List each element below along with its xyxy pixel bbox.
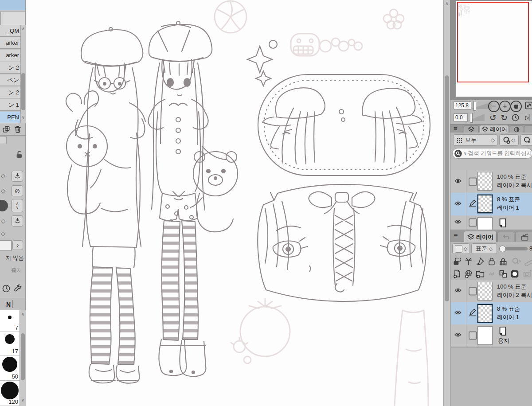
subtool-item[interactable]: ン 2	[0, 62, 20, 74]
brush-size-item[interactable]: 50	[0, 355, 20, 381]
brush-size-source-button[interactable]	[12, 171, 23, 182]
scroll-up-icon[interactable]: ∧	[444, 1, 450, 6]
panel-menu-icon[interactable]: ≡	[454, 125, 458, 132]
canvas-vscroll-thumb[interactable]	[445, 75, 449, 301]
scroll-up-icon[interactable]: ∧	[20, 312, 26, 316]
lock-transparent-pixels-icon[interactable]	[498, 257, 508, 266]
zoom-out-button[interactable]: −	[488, 101, 500, 112]
new-raster-layer-icon[interactable]	[452, 269, 462, 279]
brush-size-item[interactable]: 7	[0, 310, 20, 332]
visibility-eye-icon[interactable]	[454, 200, 462, 209]
layer-row-selected[interactable]: 8 % 표준 레이어 1	[451, 302, 532, 325]
rotate-ccw-button[interactable]: ↺	[488, 113, 498, 122]
layer-checkbox[interactable]	[469, 219, 477, 227]
zoom-100-button[interactable]	[510, 101, 522, 112]
scroll-down-icon[interactable]: ∨	[21, 115, 26, 120]
visibility-eye-icon[interactable]	[454, 309, 462, 318]
subtool-item[interactable]: ペン	[0, 74, 20, 86]
subtool-item[interactable]: arker	[0, 37, 20, 49]
visibility-eye-icon[interactable]	[454, 331, 462, 340]
visibility-eye-icon[interactable]	[454, 218, 462, 227]
visibility-eye-icon[interactable]	[454, 177, 462, 186]
layer-row-selected[interactable]: 8 % 표준 레이어 1	[451, 193, 532, 216]
flip-horizontal-button[interactable]: ▷▏◀	[523, 113, 532, 122]
duplicate-subtool-button[interactable]	[2, 125, 11, 134]
tab-layer-palette[interactable]: 레이어	[464, 231, 497, 242]
reset-rotation-icon[interactable]	[510, 113, 520, 122]
new-folder-icon[interactable]	[475, 269, 485, 279]
subtool-item[interactable]: ン 1	[0, 99, 20, 111]
clip-to-layer-below-icon[interactable]	[452, 257, 462, 266]
zoom-slider-handle[interactable]	[473, 101, 476, 111]
layer-thumbnail[interactable]	[477, 304, 493, 323]
layer-thumbnail[interactable]	[477, 195, 493, 213]
merge-down-icon[interactable]	[498, 269, 508, 279]
visibility-eye-icon[interactable]	[454, 287, 462, 296]
layer-name[interactable]: 레이어 1	[497, 313, 519, 321]
layer-name[interactable]: 용지	[498, 337, 509, 345]
tab-layer-palette[interactable]: 레이어	[480, 125, 509, 133]
layer-row-paper-clipped[interactable]: 용지	[451, 215, 532, 230]
layer-thumbnail[interactable]	[477, 172, 493, 191]
panel-menu-icon[interactable]: ≡	[454, 232, 458, 239]
expand-button[interactable]: ›	[12, 240, 23, 250]
transfer-down-icon-disabled[interactable]	[487, 269, 497, 279]
canvas[interactable]	[26, 0, 443, 406]
value-input[interactable]	[0, 240, 12, 251]
stepper-icon[interactable]: ◇	[1, 218, 5, 224]
value-stepper[interactable]: ∧∨	[12, 199, 23, 212]
new-vector-layer-icon[interactable]	[464, 269, 473, 279]
rotation-value[interactable]: 0.0	[454, 113, 468, 121]
rotation-slider-handle[interactable]	[470, 113, 473, 123]
layer-row-paper[interactable]: 용지	[451, 324, 532, 347]
layer-effect-icon[interactable]	[464, 257, 473, 266]
subtool-scrollbar[interactable]: ∧ ∨	[20, 25, 26, 123]
scroll-up-icon[interactable]: ∧	[21, 27, 26, 31]
layer-search-bar[interactable]: ∨ 검색 키워드를 입력하십시오.	[452, 148, 532, 159]
rotate-cw-button[interactable]: ↻	[499, 113, 509, 122]
blend-mode-select[interactable]: 표준 ◇	[471, 243, 497, 254]
search-caret-icon[interactable]: ∨	[464, 151, 467, 156]
canvas-vscrollbar[interactable]: ∧	[443, 0, 450, 406]
stepper-icon[interactable]: ◇	[1, 173, 5, 179]
tab-animation[interactable]	[515, 232, 532, 242]
brush-size-scrollbar[interactable]: ∧ ∨	[20, 310, 26, 406]
zoom-in-button[interactable]: +	[499, 101, 511, 112]
subtool-item[interactable]: ン 2	[0, 87, 20, 98]
selected-tool-header[interactable]	[0, 0, 25, 10]
settings-wrench-icon[interactable]	[13, 284, 23, 293]
filter-category-select[interactable]: 모두 ◇	[453, 134, 497, 146]
layer-thumbnail[interactable]	[477, 282, 493, 301]
tab-history[interactable]	[497, 232, 514, 242]
layer-name[interactable]: 레이어 1	[497, 204, 519, 212]
tab-layer-search[interactable]	[464, 125, 479, 133]
layer-checkbox[interactable]	[469, 287, 477, 296]
subtool-item[interactable]: arker	[0, 50, 20, 61]
layer-checkbox[interactable]	[469, 332, 477, 340]
no-effect-button[interactable]: ⊘	[12, 185, 23, 196]
tab-partial[interactable]	[524, 125, 532, 133]
ruler-icon-disabled[interactable]	[524, 257, 532, 266]
brush-shape-preview[interactable]	[0, 200, 8, 211]
layer-checkbox[interactable]	[469, 177, 477, 186]
fit-to-screen-icon[interactable]	[524, 101, 532, 110]
brush-size-item[interactable]: 120	[0, 381, 20, 406]
layer-name[interactable]: 레이어 2 복사	[497, 181, 532, 189]
clear-search-button[interactable]	[520, 134, 532, 146]
draft-layer-icon[interactable]	[475, 257, 485, 266]
navigator-view-rect[interactable]	[457, 2, 529, 82]
layer-row[interactable]: 100 % 표준 레이어 2 복사	[451, 280, 532, 303]
panel-tab-stub[interactable]	[0, 137, 7, 144]
filter-scope-select[interactable]: ◇	[499, 134, 519, 146]
brush-scroll-thumb[interactable]	[21, 333, 25, 380]
delete-subtool-button[interactable]	[13, 125, 22, 134]
stepper-icon[interactable]: ◇	[1, 230, 5, 236]
brush-size-item[interactable]: 17	[0, 332, 20, 355]
scroll-down-icon[interactable]: ∨	[20, 398, 26, 402]
selection-source-icon-disabled[interactable]	[511, 257, 522, 266]
layer-thumbnail[interactable]	[477, 326, 493, 345]
apply-mask-icon-disabled[interactable]	[522, 269, 532, 279]
opacity-source-button[interactable]	[12, 215, 23, 226]
subtool-scroll-thumb[interactable]	[21, 73, 25, 110]
subtool-item-selected[interactable]: PEN	[0, 112, 20, 123]
